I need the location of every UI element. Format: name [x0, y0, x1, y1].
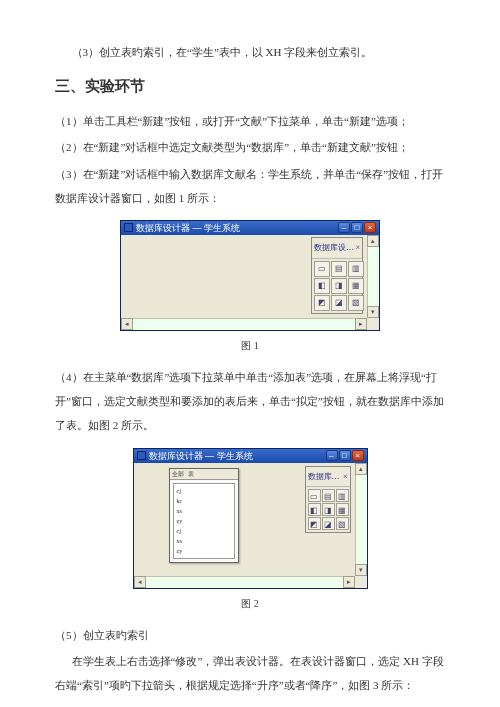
toolbox-button[interactable]: ◪: [322, 517, 335, 530]
toolbox-button[interactable]: ▭: [308, 489, 321, 502]
database-toolbox: 数据库设… × ▭ ▤ ▥ ◧ ◨ ▦ ◩ ◪ ▧: [311, 237, 363, 314]
scrollbar-horizontal[interactable]: [121, 318, 367, 330]
open-dialog: 全部 表 cj kc xs zy cj xs zy: [169, 468, 239, 563]
toolbox-button[interactable]: ▦: [348, 278, 364, 294]
step-1: （1）单击工具栏“新建”按钮，或打开“文献”下拉菜单，单击“新建”选项；: [55, 109, 445, 133]
step-3: （3）在“新建”对话框中输入数据库文献名：学生系统，并单击“保存”按钮，打开数据…: [55, 162, 445, 210]
toolbox-button[interactable]: ▭: [314, 261, 330, 277]
scroll-left-icon[interactable]: ◂: [134, 576, 146, 588]
step-5: （5）创立表旳索引: [55, 623, 445, 647]
dialog-tab[interactable]: 表: [188, 469, 194, 479]
toolbox-button[interactable]: ▦: [336, 503, 349, 516]
toolbox-button[interactable]: ▤: [322, 489, 335, 502]
window-icon: [124, 223, 133, 232]
toolbox-button[interactable]: ▤: [331, 261, 347, 277]
list-item[interactable]: cj: [177, 486, 231, 496]
scroll-right-icon[interactable]: ▸: [355, 318, 367, 330]
dialog-file-list[interactable]: cj kc xs zy cj xs zy: [173, 483, 235, 559]
toolbox-button[interactable]: ◩: [308, 517, 321, 530]
toolbox-title: 数据库…: [308, 468, 340, 486]
window-body: 数据库设… × ▭ ▤ ▥ ◧ ◨ ▦ ◩ ◪ ▧ ▴ ▾ ◂: [121, 235, 379, 330]
step-5-detail: 在学生表上右击选择“修改”，弹出表设计器。在表设计器窗口，选定 XH 字段右端“…: [55, 649, 445, 697]
step-2: （2）在“新建”对话框中选定文献类型为“数据库”，单击“新建文献”按钮；: [55, 135, 445, 159]
list-item[interactable]: xs: [177, 536, 231, 546]
toolbox-button[interactable]: ▧: [348, 295, 364, 311]
toolbox-button[interactable]: ◨: [322, 503, 335, 516]
list-item[interactable]: cj: [177, 526, 231, 536]
minimize-button[interactable]: –: [326, 450, 338, 461]
database-toolbox: 数据库… × ▭ ▤ ▥ ◧ ◨ ▦ ◩ ◪ ▧: [305, 466, 351, 534]
scroll-corner: [355, 576, 367, 588]
close-button[interactable]: ×: [352, 450, 364, 461]
window-title: 数据库设计器 — 学生系统: [149, 449, 253, 463]
toolbox-button[interactable]: ◧: [308, 503, 321, 516]
toolbox-button[interactable]: ◨: [331, 278, 347, 294]
toolbox-title: 数据库设…: [314, 239, 354, 257]
scroll-up-icon[interactable]: ▴: [355, 463, 367, 475]
figure-2-wrap: 数据库设计器 — 学生系统 – □ × 全部 表 cj kc xs zy cj: [55, 448, 445, 589]
toolbox-button[interactable]: ▧: [336, 517, 349, 530]
close-button[interactable]: ×: [364, 222, 376, 233]
minimize-button[interactable]: –: [338, 222, 350, 233]
toolbox-button[interactable]: ▥: [336, 489, 349, 502]
scroll-down-icon[interactable]: ▾: [367, 306, 379, 318]
window-title: 数据库设计器 — 学生系统: [136, 221, 240, 235]
toolbox-button[interactable]: ◩: [314, 295, 330, 311]
figure-1-window: 数据库设计器 — 学生系统 – □ × 数据库设… × ▭ ▤ ▥ ◧ ◨: [120, 220, 380, 331]
figure-2-caption: 图 2: [55, 593, 445, 615]
toolbox-close-icon[interactable]: ×: [343, 468, 348, 486]
list-item[interactable]: zy: [177, 546, 231, 556]
toolbox-close-icon[interactable]: ×: [355, 239, 360, 257]
scrollbar-vertical[interactable]: [355, 463, 367, 576]
scroll-left-icon[interactable]: ◂: [121, 318, 133, 330]
list-item[interactable]: zy: [177, 516, 231, 526]
window-body: 全部 表 cj kc xs zy cj xs zy 数据库… ×: [134, 463, 367, 588]
list-item[interactable]: xs: [177, 506, 231, 516]
figure-1-wrap: 数据库设计器 — 学生系统 – □ × 数据库设… × ▭ ▤ ▥ ◧ ◨: [55, 220, 445, 331]
figure-1-caption: 图 1: [55, 335, 445, 357]
list-item[interactable]: kc: [177, 496, 231, 506]
titlebar: 数据库设计器 — 学生系统 – □ ×: [121, 221, 379, 235]
toolbox-button[interactable]: ▥: [348, 261, 364, 277]
dialog-tab[interactable]: 全部: [172, 469, 184, 479]
toolbox-button[interactable]: ◪: [331, 295, 347, 311]
scroll-up-icon[interactable]: ▴: [367, 235, 379, 247]
scrollbar-horizontal[interactable]: [134, 576, 355, 588]
para-3-index: （3）创立表旳索引，在“学生”表中，以 XH 字段来创立索引。: [55, 40, 445, 64]
titlebar: 数据库设计器 — 学生系统 – □ ×: [134, 449, 367, 463]
scroll-right-icon[interactable]: ▸: [343, 576, 355, 588]
toolbox-button[interactable]: ◧: [314, 278, 330, 294]
figure-2-window: 数据库设计器 — 学生系统 – □ × 全部 表 cj kc xs zy cj: [133, 448, 368, 589]
scroll-corner: [367, 318, 379, 330]
maximize-button[interactable]: □: [351, 222, 363, 233]
maximize-button[interactable]: □: [339, 450, 351, 461]
step-4: （4）在主菜单“数据库”选项下拉菜单中单击“添加表”选项，在屏幕上将浮现“打开”…: [55, 365, 445, 438]
scroll-down-icon[interactable]: ▾: [355, 564, 367, 576]
section-heading: 三、实验环节: [55, 70, 445, 103]
window-icon: [137, 451, 146, 460]
